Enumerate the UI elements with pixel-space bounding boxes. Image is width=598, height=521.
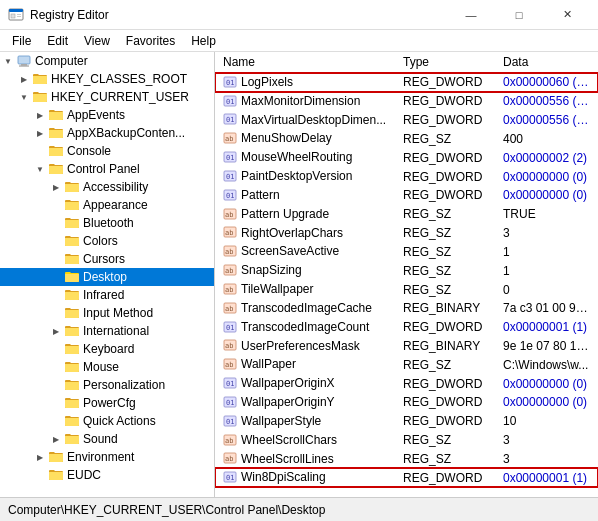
tree-item-colors[interactable]: Colors [0, 232, 214, 250]
menu-item-edit[interactable]: Edit [39, 32, 76, 50]
reg-name-cell: 01 Win8DpiScaling [215, 468, 395, 487]
tree-item-desktop[interactable]: Desktop [0, 268, 214, 286]
reg-name-cell: 01 MaxMonitorDimension [215, 92, 395, 111]
folder-icon [32, 72, 48, 86]
table-row[interactable]: 01 WallpaperOriginYREG_DWORD0x00000000 (… [215, 393, 598, 412]
table-row[interactable]: 01 TranscodedImageCountREG_DWORD0x000000… [215, 318, 598, 337]
table-row[interactable]: ab WheelScrollCharsREG_SZ3 [215, 431, 598, 450]
table-row[interactable]: ab UserPreferencesMaskREG_BINARY9e 1e 07… [215, 337, 598, 356]
title-bar: Registry Editor — □ ✕ [0, 0, 598, 30]
tree-item-international[interactable]: ▶ International [0, 322, 214, 340]
tree-item-input_method[interactable]: Input Method [0, 304, 214, 322]
table-row[interactable]: 01 Win8DpiScalingREG_DWORD0x00000001 (1) [215, 468, 598, 487]
svg-text:01: 01 [226, 399, 234, 407]
menu-item-help[interactable]: Help [183, 32, 224, 50]
tree-item-infrared[interactable]: Infrared [0, 286, 214, 304]
menu-item-favorites[interactable]: Favorites [118, 32, 183, 50]
folder-icon [64, 378, 80, 392]
reg-data-cell: 3 [495, 224, 598, 243]
tree-expander-colors [48, 233, 64, 249]
tree-panel[interactable]: ▼ Computer▶ HKEY_CLASSES_ROOT▼ HKEY_CURR… [0, 52, 215, 497]
tree-item-eudc[interactable]: EUDC [0, 466, 214, 484]
maximize-button[interactable]: □ [496, 0, 542, 30]
svg-text:ab: ab [225, 361, 233, 369]
tree-item-appearance[interactable]: Appearance [0, 196, 214, 214]
reg-type-cell: REG_SZ [395, 431, 495, 450]
table-row[interactable]: ab MenuShowDelayREG_SZ400 [215, 129, 598, 148]
table-row[interactable]: 01 WallpaperStyleREG_DWORD10 [215, 412, 598, 431]
reg-name-cell: ab MenuShowDelay [215, 129, 395, 148]
tree-item-cursors[interactable]: Cursors [0, 250, 214, 268]
sz-icon: ab [223, 451, 237, 465]
tree-item-control_panel[interactable]: ▼ Control Panel [0, 160, 214, 178]
close-button[interactable]: ✕ [544, 0, 590, 30]
folder-icon [48, 126, 64, 140]
registry-table: Name Type Data 01 LogPixelsREG_DWORD0x00… [215, 52, 598, 487]
tree-label-quick_actions: Quick Actions [83, 414, 156, 428]
table-row[interactable]: 01 MaxVirtualDesktopDimen...REG_DWORD0x0… [215, 111, 598, 130]
tree-expander-appevents[interactable]: ▶ [32, 107, 48, 123]
tree-expander-computer[interactable]: ▼ [0, 53, 16, 69]
table-row[interactable]: ab Pattern UpgradeREG_SZTRUE [215, 205, 598, 224]
table-row[interactable]: 01 MouseWheelRoutingREG_DWORD0x00000002 … [215, 148, 598, 167]
tree-expander-sound[interactable]: ▶ [48, 431, 64, 447]
tree-item-environment[interactable]: ▶ Environment [0, 448, 214, 466]
folder-icon [64, 360, 80, 374]
reg-data-cell: 3 [495, 450, 598, 469]
values-panel[interactable]: Name Type Data 01 LogPixelsREG_DWORD0x00… [215, 52, 598, 497]
reg-data-cell: 0x00000556 (13... [495, 92, 598, 111]
tree-expander-appxbackupcontent[interactable]: ▶ [32, 125, 48, 141]
table-row[interactable]: ab TranscodedImageCacheREG_BINARY7a c3 0… [215, 299, 598, 318]
tree-expander-control_panel[interactable]: ▼ [32, 161, 48, 177]
tree-item-keyboard[interactable]: Keyboard [0, 340, 214, 358]
table-row[interactable]: 01 MaxMonitorDimensionREG_DWORD0x0000055… [215, 92, 598, 111]
tree-item-accessibility[interactable]: ▶ Accessibility [0, 178, 214, 196]
table-row[interactable]: ab SnapSizingREG_SZ1 [215, 261, 598, 280]
tree-expander-hkey_current_user[interactable]: ▼ [16, 89, 32, 105]
table-row[interactable]: ab WheelScrollLinesREG_SZ3 [215, 450, 598, 469]
folder-icon [64, 198, 80, 212]
table-row[interactable]: ab WallPaperREG_SZC:\Windows\w... [215, 355, 598, 374]
tree-item-quick_actions[interactable]: Quick Actions [0, 412, 214, 430]
tree-item-console[interactable]: Console [0, 142, 214, 160]
reg-data-cell: 7a c3 01 00 90 ... [495, 299, 598, 318]
table-row[interactable]: 01 PaintDesktopVersionREG_DWORD0x0000000… [215, 167, 598, 186]
tree-label-powercfg: PowerCfg [83, 396, 136, 410]
folder-icon [64, 252, 80, 266]
tree-expander-international[interactable]: ▶ [48, 323, 64, 339]
table-row[interactable]: 01 WallpaperOriginXREG_DWORD0x00000000 (… [215, 374, 598, 393]
table-row[interactable]: ab TileWallpaperREG_SZ0 [215, 280, 598, 299]
svg-text:ab: ab [225, 229, 233, 237]
table-row[interactable]: 01 LogPixelsREG_DWORD0x00000060 (96) [215, 73, 598, 92]
tree-item-personalization[interactable]: Personalization [0, 376, 214, 394]
menu-item-file[interactable]: File [4, 32, 39, 50]
reg-name-cell: 01 PaintDesktopVersion [215, 167, 395, 186]
tree-item-appxbackupcontent[interactable]: ▶ AppXBackupConten... [0, 124, 214, 142]
tree-expander-hkey_classes_root[interactable]: ▶ [16, 71, 32, 87]
table-row[interactable]: 01 PatternREG_DWORD0x00000000 (0) [215, 186, 598, 205]
menu-bar: FileEditViewFavoritesHelp [0, 30, 598, 52]
sz-icon: ab [223, 433, 237, 447]
tree-item-sound[interactable]: ▶ Sound [0, 430, 214, 448]
reg-name-cell: 01 Pattern [215, 186, 395, 205]
tree-item-hkey_classes_root[interactable]: ▶ HKEY_CLASSES_ROOT [0, 70, 214, 88]
menu-item-view[interactable]: View [76, 32, 118, 50]
svg-rect-2 [11, 14, 15, 18]
minimize-button[interactable]: — [448, 0, 494, 30]
table-row[interactable]: ab RightOverlapCharsREG_SZ3 [215, 224, 598, 243]
tree-item-mouse[interactable]: Mouse [0, 358, 214, 376]
table-row[interactable]: ab ScreenSaveActiveREG_SZ1 [215, 242, 598, 261]
tree-item-bluetooth[interactable]: Bluetooth [0, 214, 214, 232]
tree-item-computer[interactable]: ▼ Computer [0, 52, 214, 70]
reg-data-cell: 0x00000000 (0) [495, 186, 598, 205]
tree-expander-accessibility[interactable]: ▶ [48, 179, 64, 195]
tree-expander-environment[interactable]: ▶ [32, 449, 48, 465]
svg-text:ab: ab [225, 342, 233, 350]
reg-name-cell: ab SnapSizing [215, 261, 395, 280]
tree-expander-appearance [48, 197, 64, 213]
tree-item-hkey_current_user[interactable]: ▼ HKEY_CURRENT_USER [0, 88, 214, 106]
tree-expander-desktop [48, 269, 64, 285]
svg-rect-7 [19, 66, 29, 67]
tree-item-appevents[interactable]: ▶ AppEvents [0, 106, 214, 124]
tree-item-powercfg[interactable]: PowerCfg [0, 394, 214, 412]
